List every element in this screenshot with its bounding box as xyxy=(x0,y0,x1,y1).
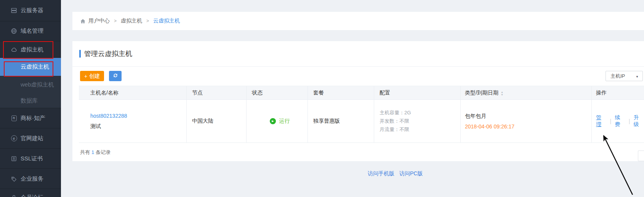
host-alias: 测试 xyxy=(90,123,186,130)
action-separator: | xyxy=(629,118,630,124)
sidebar-item-enterprise[interactable]: 企业服务 xyxy=(0,168,61,189)
record-summary: 共有1条记录 xyxy=(80,149,111,156)
sidebar-item-ssl[interactable]: SSL证书 xyxy=(0,148,61,168)
cell-node: 中国大陆 xyxy=(187,100,247,143)
sidebar-submenu-virtual-host: 云虚拟主机 web虚拟主机 数据库 xyxy=(0,58,61,108)
cell-status: 运行 xyxy=(247,100,308,143)
summary-suffix: 条记录 xyxy=(96,149,111,155)
breadcrumb-separator: > xyxy=(146,18,149,24)
globe-icon xyxy=(11,28,17,34)
sidebar-item-label: 企业服务 xyxy=(21,175,43,183)
sidebar-item-label: 官网建站 xyxy=(21,135,43,142)
config-concurrency: 并发数：不限 xyxy=(380,117,460,125)
running-play-icon xyxy=(270,118,276,124)
sidebar-item-trademark[interactable]: 商标·知产 xyxy=(0,108,61,128)
config-traffic: 月流量：不限 xyxy=(380,125,460,134)
certificate-icon xyxy=(11,155,17,162)
refresh-icon xyxy=(113,73,118,79)
table-row: host802132288 测试 中国大陆 运行 独享普惠版 主机容量：2G 并… xyxy=(79,100,644,143)
refresh-button[interactable] xyxy=(109,71,122,81)
upgrade-link[interactable]: 升级 xyxy=(633,114,644,128)
manage-link[interactable]: 管理 xyxy=(596,114,607,128)
renew-link[interactable]: 续费 xyxy=(615,114,625,128)
trademark-r-icon xyxy=(11,115,17,122)
home-icon xyxy=(80,18,86,24)
server-icon xyxy=(11,7,17,14)
col-header-hostname: 主机名/名称 xyxy=(79,86,187,100)
website-e-icon xyxy=(11,135,17,142)
record-count: 1 xyxy=(91,149,94,155)
sidebar-item-cloud-server[interactable]: 云服务器 xyxy=(0,0,61,21)
col-header-node: 节点 xyxy=(187,86,247,100)
create-button[interactable]: + 创建 xyxy=(80,71,104,81)
breadcrumb-current[interactable]: 云虚拟主机 xyxy=(153,18,180,24)
col-header-type-expire: 类型/到期日期 xyxy=(461,86,592,100)
sidebar-item-web-virtual-host[interactable]: web虚拟主机 xyxy=(0,76,61,93)
host-ip-filter-dropdown[interactable]: 主机IP xyxy=(606,71,643,81)
sidebar-item-label: 云服务器 xyxy=(21,7,43,14)
breadcrumb-user-center[interactable]: 用户中心 xyxy=(88,18,110,24)
summary-prefix: 共有 xyxy=(80,149,90,155)
sidebar-item-label: 虚拟主机 xyxy=(21,46,43,53)
col-header-config: 配置 xyxy=(374,86,461,100)
cell-hostname: host802132288 测试 xyxy=(79,100,187,143)
host-name-link[interactable]: host802132288 xyxy=(90,113,186,119)
pc-version-link[interactable]: 访问PC版 xyxy=(399,170,423,177)
cloud-host-console: 云服务器 域名管理 虚拟主机 云虚拟主机 web虚拟主机 数据库 xyxy=(0,0,644,197)
mobile-version-link[interactable]: 访问手机版 xyxy=(368,170,394,177)
sidebar-subitem-label: 云虚拟主机 xyxy=(21,63,49,70)
host-table: 主机名/名称 节点 状态 套餐 配置 类型/到期日期 操作 host802132… xyxy=(79,86,644,143)
member-icon xyxy=(11,194,17,197)
cloud-host-icon xyxy=(11,46,17,53)
footer-links: 访问手机版 访问PC版 xyxy=(368,170,423,177)
breadcrumb-virtual-host[interactable]: 虚拟主机 xyxy=(121,18,142,24)
col-header-type-expire-label: 类型/到期日期 xyxy=(465,90,498,96)
billing-type: 包年包月 xyxy=(465,113,591,120)
config-capacity: 主机容量：2G xyxy=(380,109,460,117)
cell-type-expire: 包年包月 2018-04-06 09:26:17 xyxy=(461,100,592,143)
col-header-plan: 套餐 xyxy=(308,86,374,100)
plan-value: 独享普惠版 xyxy=(313,118,374,125)
sidebar-item-database[interactable]: 数据库 xyxy=(0,93,61,108)
create-button-label: 创建 xyxy=(89,73,100,80)
cell-actions: 管理 | 续费 | 升级 xyxy=(592,100,644,143)
breadcrumb: 用户中心 > 虚拟主机 > 云虚拟主机 xyxy=(72,12,644,30)
sidebar-item-label: 会员论坛 xyxy=(21,194,43,197)
col-header-status: 状态 xyxy=(247,86,308,100)
sidebar-item-cloud-virtual-host[interactable]: 云虚拟主机 xyxy=(0,58,61,76)
sidebar-subitem-label: web虚拟主机 xyxy=(21,81,54,88)
cell-plan: 独享普惠版 xyxy=(308,100,374,143)
pagination-button-partial[interactable] xyxy=(638,151,644,161)
main-panel: 管理云虚拟主机 + 创建 主机IP 主机名/名称 节点 状态 套餐 配置 类 xyxy=(72,41,644,161)
filter-dropdown-value: 主机IP xyxy=(610,73,625,80)
sidebar: 云服务器 域名管理 虚拟主机 云虚拟主机 web虚拟主机 数据库 xyxy=(0,0,61,197)
col-header-actions: 操作 xyxy=(592,86,644,100)
cell-config: 主机容量：2G 并发数：不限 月流量：不限 xyxy=(374,100,461,143)
tag-icon xyxy=(11,176,17,182)
sidebar-item-label: 商标·知产 xyxy=(21,115,45,122)
sidebar-item-label: SSL证书 xyxy=(21,155,43,162)
title-accent-bar xyxy=(79,50,81,58)
breadcrumb-separator: > xyxy=(114,18,117,24)
sidebar-item-virtual-host[interactable]: 虚拟主机 xyxy=(0,41,61,58)
sidebar-item-member-forum[interactable]: 会员论坛 xyxy=(0,189,61,197)
status-badge: 运行 xyxy=(279,118,290,125)
plus-icon: + xyxy=(84,73,87,79)
sidebar-item-domain[interactable]: 域名管理 xyxy=(0,21,61,41)
expire-date: 2018-04-06 09:26:17 xyxy=(465,123,591,130)
panel-header: 管理云虚拟主机 xyxy=(72,41,644,67)
sidebar-item-website-builder[interactable]: 官网建站 xyxy=(0,128,61,148)
node-value: 中国大陆 xyxy=(192,118,246,125)
sidebar-item-label: 域名管理 xyxy=(21,27,43,35)
action-separator: | xyxy=(610,118,612,124)
table-header-row: 主机名/名称 节点 状态 套餐 配置 类型/到期日期 操作 xyxy=(79,86,644,100)
page-title: 管理云虚拟主机 xyxy=(84,49,132,58)
chevron-down-icon xyxy=(636,73,639,79)
sidebar-subitem-label: 数据库 xyxy=(21,97,38,104)
sort-icon[interactable] xyxy=(501,90,503,96)
